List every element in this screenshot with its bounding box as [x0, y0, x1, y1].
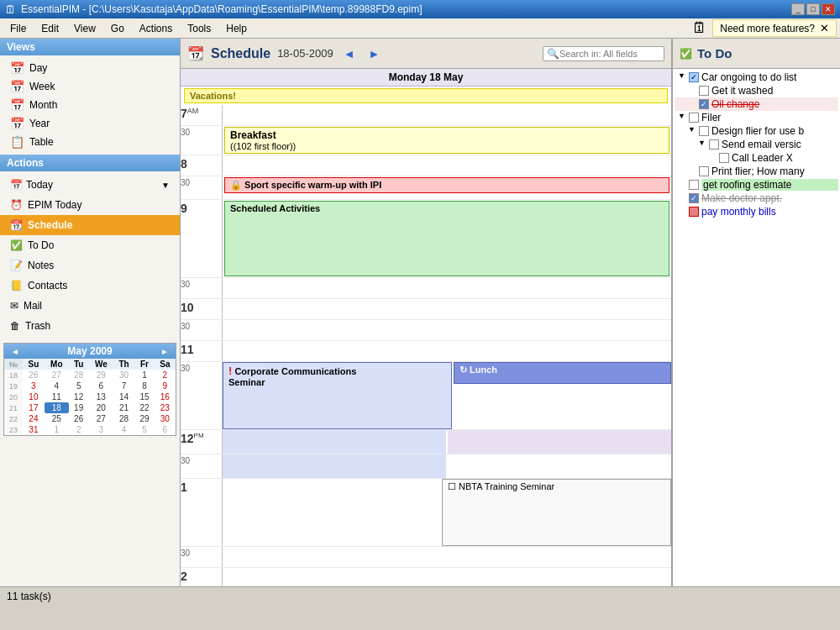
menu-file[interactable]: File: [3, 21, 33, 36]
calendar-day[interactable]: 15: [134, 391, 155, 402]
list-item[interactable]: ✓ Make doctor appt.: [675, 192, 838, 205]
corporate-event[interactable]: ! Corporate CommunicationsSeminar: [223, 362, 452, 429]
search-box[interactable]: 🔍: [543, 46, 664, 61]
calendar-day[interactable]: 27: [89, 413, 113, 424]
sidebar-action-mail[interactable]: ✉ Mail: [0, 296, 180, 316]
sidebar-action-todo[interactable]: ✅ To Do: [0, 235, 180, 255]
search-input[interactable]: [559, 49, 660, 59]
sidebar-action-contacts[interactable]: 📒 Contacts: [0, 276, 180, 296]
car-group-checkbox[interactable]: ✓: [689, 72, 699, 82]
calendar-day[interactable]: 8: [134, 381, 155, 391]
calendar-day[interactable]: 29: [134, 413, 155, 424]
sidebar-item-table[interactable]: 📋 Table: [0, 133, 180, 151]
calendar-day[interactable]: 26: [23, 370, 45, 381]
calendar-day[interactable]: 3: [89, 424, 113, 435]
expand-email-icon[interactable]: ▼: [698, 139, 708, 147]
sport-event[interactable]: 🔒 Sport specific warm-up with IPI: [224, 177, 669, 193]
calendar-day[interactable]: 30: [113, 370, 134, 381]
calendar-day[interactable]: 1: [45, 424, 69, 435]
list-item[interactable]: pay monthly bills: [675, 205, 838, 218]
list-item[interactable]: Print flier; How many: [675, 165, 838, 178]
calendar-day[interactable]: 23: [155, 402, 176, 413]
schedule-next-button[interactable]: ►: [365, 47, 384, 60]
calendar-day[interactable]: 28: [113, 413, 134, 424]
calendar-day[interactable]: 1: [134, 370, 155, 381]
email-checkbox[interactable]: [709, 139, 719, 150]
list-item[interactable]: Call Leader X: [675, 151, 838, 165]
calendar-day[interactable]: 16: [155, 391, 176, 402]
list-item[interactable]: ▼ Design flier for use b: [675, 124, 838, 138]
calendar-day[interactable]: 11: [45, 391, 69, 402]
calendar-day[interactable]: 18: [45, 402, 69, 413]
menu-view[interactable]: View: [67, 21, 102, 36]
calendar-day[interactable]: 21: [113, 402, 134, 413]
call-checkbox[interactable]: [719, 153, 729, 163]
print-checkbox[interactable]: [699, 166, 709, 176]
oil-checkbox[interactable]: ✓: [699, 99, 709, 109]
calendar-day[interactable]: 2: [69, 424, 89, 435]
calendar-day[interactable]: 5: [69, 381, 89, 391]
calendar-day[interactable]: 12: [69, 391, 89, 402]
calendar-day[interactable]: 19: [69, 402, 89, 413]
cal-prev-button[interactable]: ◄: [8, 347, 23, 356]
calendar-day[interactable]: 13: [89, 391, 113, 402]
calendar-day[interactable]: 25: [45, 413, 69, 424]
calendar-day[interactable]: 2: [155, 370, 176, 381]
calendar-day[interactable]: 30: [155, 413, 176, 424]
calendar-day[interactable]: 6: [89, 381, 113, 391]
calendar-day[interactable]: 5: [134, 424, 155, 435]
info-bar-close[interactable]: ✕: [820, 22, 829, 34]
expand-car-icon[interactable]: ▼: [678, 71, 688, 80]
sidebar-item-week[interactable]: 📅 Week: [0, 77, 180, 96]
menu-help[interactable]: Help: [219, 21, 254, 36]
list-item[interactable]: ▼ Filer: [675, 111, 838, 124]
calendar-day[interactable]: 24: [23, 413, 45, 424]
filer-group-checkbox[interactable]: [689, 113, 699, 123]
calendar-day[interactable]: 9: [155, 381, 176, 391]
schedule-prev-button[interactable]: ◄: [340, 47, 359, 60]
doctor-checkbox[interactable]: ✓: [689, 193, 699, 203]
sidebar-action-today[interactable]: 📅 Today ▼: [0, 175, 180, 195]
calendar-day[interactable]: 17: [23, 402, 45, 413]
calendar-day[interactable]: 31: [23, 424, 45, 435]
calendar-day[interactable]: 27: [45, 370, 69, 381]
menu-go[interactable]: Go: [104, 21, 131, 36]
sidebar-action-epim[interactable]: ⏰ EPIM Today: [0, 195, 180, 215]
calendar-day[interactable]: 20: [89, 402, 113, 413]
scheduled-event[interactable]: Scheduled Activities: [224, 201, 669, 276]
calendar-day[interactable]: 28: [69, 370, 89, 381]
calendar-day[interactable]: 6: [155, 424, 176, 435]
sidebar-item-day[interactable]: 📅 Day: [0, 59, 180, 77]
menu-edit[interactable]: Edit: [34, 21, 66, 36]
schedule-content[interactable]: Vacations! 7AM 30 Breakfast((102 first f…: [181, 87, 671, 586]
calendar-day[interactable]: 10: [23, 391, 45, 402]
calendar-day[interactable]: 7: [113, 381, 134, 391]
maximize-button[interactable]: □: [806, 3, 820, 15]
lunch-event[interactable]: ↻ Lunch: [454, 362, 671, 384]
sidebar-action-schedule[interactable]: 📆 Schedule: [0, 215, 180, 235]
menu-actions[interactable]: Actions: [133, 21, 179, 36]
expand-flier-icon[interactable]: ▼: [688, 125, 698, 134]
bills-checkbox[interactable]: [689, 207, 699, 217]
list-item[interactable]: ✓ Oil change: [675, 97, 838, 111]
calendar-day[interactable]: 14: [113, 391, 134, 402]
breakfast-event[interactable]: Breakfast((102 first floor)): [224, 127, 669, 154]
sidebar-item-month[interactable]: 📅 Month: [0, 96, 180, 114]
cal-next-button[interactable]: ►: [157, 347, 172, 356]
calendar-day[interactable]: 26: [69, 413, 89, 424]
list-item[interactable]: Get it washed: [675, 84, 838, 97]
sidebar-item-year[interactable]: 📅 Year: [0, 114, 180, 133]
sidebar-action-trash[interactable]: 🗑 Trash: [0, 316, 180, 336]
calendar-day[interactable]: 29: [89, 370, 113, 381]
close-button[interactable]: ✕: [822, 3, 835, 15]
minimize-button[interactable]: _: [791, 3, 805, 15]
list-item[interactable]: ▼ Send email versic: [675, 138, 838, 151]
calendar-day[interactable]: 22: [134, 402, 155, 413]
title-bar-controls[interactable]: _ □ ✕: [791, 3, 835, 15]
washed-checkbox[interactable]: [699, 86, 709, 96]
flier-checkbox[interactable]: [699, 126, 709, 136]
menu-tools[interactable]: Tools: [181, 21, 218, 36]
expand-filer-icon[interactable]: ▼: [678, 112, 688, 120]
sidebar-action-notes[interactable]: 📝 Notes: [0, 255, 180, 276]
roofing-checkbox[interactable]: [689, 180, 699, 190]
